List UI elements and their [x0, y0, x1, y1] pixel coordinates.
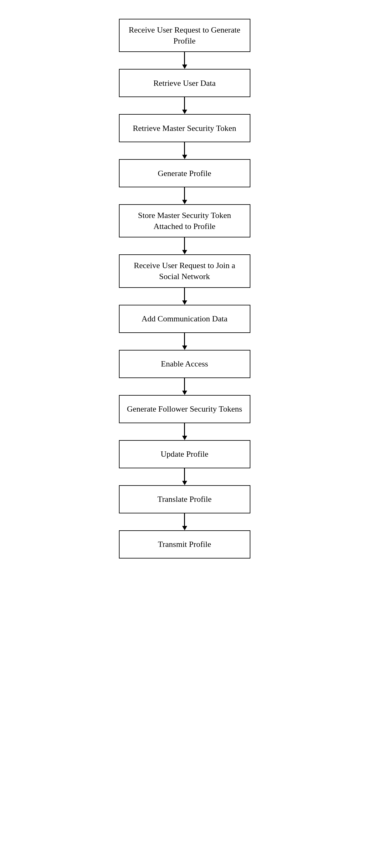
- arrow-head-1: [182, 65, 187, 69]
- arrow-head-5: [182, 250, 187, 254]
- flow-box-204: Retrieve User Data: [119, 69, 250, 97]
- flow-box-218: Store Master Security Token Attached to …: [119, 204, 250, 238]
- arrow-1: [0, 52, 369, 69]
- arrow-head-7: [182, 345, 187, 350]
- arrow-line-8: [184, 378, 185, 391]
- step-228: Enable Access 228: [0, 350, 369, 378]
- step-235: Update Profile 235: [0, 440, 369, 468]
- arrow-line-5: [184, 238, 185, 250]
- arrow-head-4: [182, 200, 187, 204]
- step-220-text: Receive User Request to Join a Social Ne…: [126, 260, 243, 282]
- step-202: Receive User Request to Generate Profile…: [0, 19, 369, 52]
- step-242-text: Transmit Profile: [158, 539, 211, 550]
- arrow-line-2: [184, 97, 185, 110]
- arrow-3: [0, 142, 369, 159]
- step-235-text: Update Profile: [161, 448, 208, 460]
- arrow-11: [0, 514, 369, 530]
- arrow-7: [0, 333, 369, 350]
- step-242: Transmit Profile 242: [0, 530, 369, 559]
- arrow-head-11: [182, 526, 187, 530]
- step-239-text: Translate Profile: [158, 494, 211, 505]
- step-218-text: Store Master Security Token Attached to …: [126, 210, 243, 232]
- step-208-text: Retrieve Master Security Token: [133, 123, 236, 134]
- step-228-text: Enable Access: [161, 358, 208, 369]
- arrow-head-10: [182, 481, 187, 485]
- arrow-head-9: [182, 436, 187, 440]
- flow-box-242: Transmit Profile: [119, 530, 250, 559]
- step-210: Generate Profile 210: [0, 159, 369, 187]
- arrow-4: [0, 187, 369, 204]
- flow-box-202: Receive User Request to Generate Profile: [119, 19, 250, 52]
- arrow-head-2: [182, 110, 187, 114]
- arrow-line-3: [184, 142, 185, 155]
- arrow-2: [0, 97, 369, 114]
- arrow-5: [0, 238, 369, 254]
- arrow-head-3: [182, 155, 187, 159]
- flow-box-228: Enable Access: [119, 350, 250, 378]
- step-224: Add Communication Data 224: [0, 305, 369, 333]
- step-220: Receive User Request to Join a Social Ne…: [0, 254, 369, 287]
- step-218: Store Master Security Token Attached to …: [0, 204, 369, 238]
- arrow-line-7: [184, 333, 185, 345]
- step-202-text: Receive User Request to Generate Profile: [126, 25, 243, 46]
- flow-box-208: Retrieve Master Security Token: [119, 114, 250, 142]
- step-204: Retrieve User Data 204: [0, 69, 369, 97]
- arrow-head-8: [182, 391, 187, 395]
- arrow-10: [0, 468, 369, 485]
- flow-box-235: Update Profile: [119, 440, 250, 468]
- arrow-line-4: [184, 187, 185, 200]
- flow-box-224: Add Communication Data: [119, 305, 250, 333]
- arrow-line-11: [184, 514, 185, 526]
- step-204-text: Retrieve User Data: [154, 78, 215, 89]
- flowchart: Receive User Request to Generate Profile…: [0, 0, 369, 577]
- flow-box-220: Receive User Request to Join a Social Ne…: [119, 254, 250, 287]
- arrow-6: [0, 288, 369, 305]
- step-224-text: Add Communication Data: [141, 313, 227, 324]
- step-210-text: Generate Profile: [158, 168, 211, 179]
- arrow-9: [0, 423, 369, 440]
- step-208: Retrieve Master Security Token 208: [0, 114, 369, 142]
- flow-box-232: Generate Follower Security Tokens: [119, 395, 250, 423]
- arrow-line-9: [184, 423, 185, 436]
- flow-box-239: Translate Profile: [119, 485, 250, 514]
- arrow-head-6: [182, 301, 187, 305]
- arrow-line-6: [184, 288, 185, 301]
- arrow-8: [0, 378, 369, 395]
- step-239: Translate Profile 239: [0, 485, 369, 514]
- step-232: Generate Follower Security Tokens 232: [0, 395, 369, 423]
- step-232-text: Generate Follower Security Tokens: [127, 403, 242, 414]
- arrow-line-1: [184, 52, 185, 65]
- arrow-line-10: [184, 468, 185, 481]
- flow-box-210: Generate Profile: [119, 159, 250, 187]
